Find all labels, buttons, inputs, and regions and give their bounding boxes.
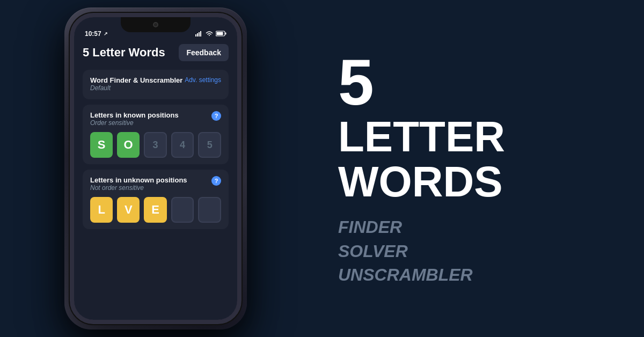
phone-outer-frame: 10:57 ↗ bbox=[64, 8, 247, 329]
tile-unknown-5[interactable] bbox=[198, 197, 221, 223]
tile-e[interactable]: E bbox=[144, 197, 166, 223]
time-display: 10:57 bbox=[85, 30, 101, 38]
svg-rect-2 bbox=[199, 32, 200, 36]
notch-camera bbox=[153, 22, 158, 27]
tile-o[interactable]: O bbox=[117, 132, 140, 158]
location-icon: ↗ bbox=[104, 31, 108, 36]
svg-rect-1 bbox=[197, 33, 198, 36]
headline-line2: WORDS bbox=[338, 159, 617, 204]
unknown-positions-header: Letters in unknown positions Not order s… bbox=[90, 176, 221, 192]
unknown-positions-card: Letters in unknown positions Not order s… bbox=[83, 170, 229, 229]
tagline-unscrambler: UNSCRAMBLER bbox=[338, 263, 617, 287]
phone-screen: 10:57 ↗ bbox=[74, 17, 237, 320]
tile-3[interactable]: 3 bbox=[144, 132, 167, 158]
unknown-positions-help-icon[interactable]: ? bbox=[211, 176, 221, 186]
tile-l[interactable]: L bbox=[90, 197, 113, 223]
status-icons bbox=[195, 31, 226, 38]
wifi-icon bbox=[206, 31, 213, 38]
adv-settings-link[interactable]: Adv. settings bbox=[185, 76, 221, 84]
tile-unknown-4[interactable] bbox=[171, 197, 194, 223]
battery-icon bbox=[216, 31, 226, 38]
word-finder-title: Word Finder & Unscrambler bbox=[90, 76, 182, 84]
app-content: 5 Letter Words Feedback Word Finder & Un… bbox=[74, 17, 237, 243]
headline-number: 5 bbox=[338, 50, 617, 114]
tagline-finder: FINDER bbox=[338, 215, 617, 239]
svg-rect-0 bbox=[195, 34, 196, 36]
feedback-button[interactable]: Feedback bbox=[179, 44, 229, 61]
known-positions-header: Letters in known positions Order sensiti… bbox=[90, 111, 221, 127]
status-time: 10:57 ↗ bbox=[85, 30, 108, 38]
app-header: 5 Letter Words Feedback bbox=[83, 44, 229, 61]
known-positions-grid: S O 3 4 5 bbox=[90, 132, 221, 158]
phone-section: 10:57 ↗ bbox=[0, 0, 311, 337]
known-positions-help-icon[interactable]: ? bbox=[211, 111, 221, 121]
text-section: 5 LETTER WORDS FINDER SOLVER UNSCRAMBLER bbox=[311, 0, 644, 337]
phone-frame: 10:57 ↗ bbox=[70, 13, 241, 324]
signal-icon bbox=[195, 31, 203, 38]
word-finder-card: Word Finder & Unscrambler Default Adv. s… bbox=[83, 70, 229, 99]
tile-4[interactable]: 4 bbox=[171, 132, 194, 158]
svg-rect-6 bbox=[217, 32, 223, 35]
svg-rect-5 bbox=[225, 33, 226, 35]
unknown-positions-subtitle: Not order sensitive bbox=[90, 184, 187, 192]
phone-notch bbox=[121, 17, 191, 32]
known-positions-subtitle: Order sensitive bbox=[90, 119, 179, 127]
known-positions-title: Letters in known positions bbox=[90, 111, 179, 119]
tagline-solver: SOLVER bbox=[338, 239, 617, 263]
unknown-positions-title: Letters in unknown positions bbox=[90, 176, 187, 184]
tile-5[interactable]: 5 bbox=[198, 132, 221, 158]
word-finder-subtitle: Default bbox=[90, 84, 182, 92]
unknown-positions-grid: L V E bbox=[90, 197, 221, 223]
tile-s[interactable]: S bbox=[90, 132, 113, 158]
headline-line1: LETTER bbox=[338, 114, 617, 159]
tile-v[interactable]: V bbox=[117, 197, 140, 223]
svg-rect-3 bbox=[200, 31, 201, 36]
known-positions-card: Letters in known positions Order sensiti… bbox=[83, 105, 229, 164]
word-finder-header: Word Finder & Unscrambler Default Adv. s… bbox=[90, 76, 221, 92]
app-title: 5 Letter Words bbox=[83, 46, 165, 60]
taglines-container: FINDER SOLVER UNSCRAMBLER bbox=[338, 215, 617, 287]
